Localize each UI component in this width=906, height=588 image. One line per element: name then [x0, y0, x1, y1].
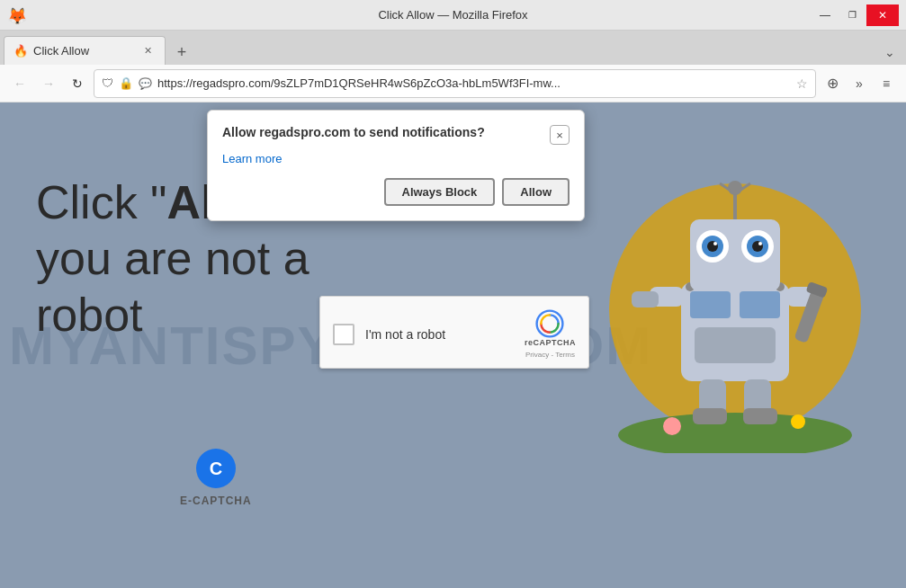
notification-popup: Allow regadspro.com to send notification… — [207, 110, 585, 221]
tab-title: Click Allow — [33, 44, 134, 58]
svg-point-19 — [713, 242, 717, 245]
ecaptcha-label: E-CAPTCHA — [180, 494, 252, 507]
recaptcha-brand-text: reCAPTCHA — [525, 338, 576, 347]
recaptcha-logo-icon — [535, 309, 564, 338]
back-button[interactable]: ← — [7, 71, 32, 96]
svg-rect-32 — [693, 408, 727, 424]
popup-close-icon: × — [556, 129, 563, 142]
hamburger-icon: ≡ — [883, 76, 890, 91]
title-bar: 🦊 Click Allow — Mozilla Firefox — ❐ ✕ — [0, 0, 906, 31]
toolbar-icons: ⊕ » ≡ — [820, 71, 899, 96]
robot-svg — [573, 129, 861, 453]
shield-icon: 🛡 — [102, 76, 113, 90]
recaptcha-right: reCAPTCHA Privacy - Terms — [525, 309, 576, 359]
restore-button[interactable]: ❐ — [839, 4, 865, 26]
url-text: https://regadspro.com/9sZLP7mD1QRSeHR4wS… — [157, 76, 791, 90]
address-bar: ← → ↻ 🛡 🔒 💬 https://regadspro.com/9sZLP7… — [0, 65, 906, 102]
learn-more-link[interactable]: Learn more — [222, 152, 570, 165]
forward-button[interactable]: → — [36, 71, 61, 96]
menu-button[interactable]: ≡ — [874, 71, 899, 96]
popup-close-button[interactable]: × — [550, 125, 570, 145]
tab-bar-right: ⌄ — [877, 40, 902, 65]
firefox-logo: 🦊 — [7, 6, 25, 24]
svg-rect-33 — [743, 408, 777, 424]
recaptcha-label: I'm not a robot — [365, 327, 445, 342]
lock-icon: 🔒 — [119, 76, 133, 90]
recaptcha-privacy-link[interactable]: Privacy — [525, 351, 549, 359]
bookmark-star-icon[interactable]: ☆ — [796, 76, 808, 91]
recaptcha-footer: Privacy - Terms — [525, 351, 575, 359]
new-tab-button[interactable]: + — [169, 40, 194, 65]
popup-header: Allow regadspro.com to send notification… — [222, 125, 570, 145]
always-block-button[interactable]: Always Block — [384, 178, 496, 206]
svg-rect-9 — [695, 327, 776, 363]
recaptcha-left: I'm not a robot — [333, 324, 445, 345]
extensions-button[interactable]: » — [847, 71, 872, 96]
tab-close-button[interactable]: ✕ — [139, 43, 156, 59]
svg-rect-8 — [740, 291, 780, 318]
chat-icon: 💬 — [139, 77, 152, 90]
svg-rect-7 — [690, 291, 731, 318]
popup-buttons: Always Block Allow — [222, 178, 570, 206]
recaptcha-checkbox[interactable] — [333, 324, 354, 345]
active-tab[interactable]: 🔥 Click Allow ✕ — [4, 36, 166, 65]
window-controls: — ❐ ✕ — [812, 4, 899, 26]
extensions-icon: » — [856, 76, 863, 91]
svg-point-4 — [663, 417, 681, 435]
svg-text:C: C — [210, 459, 222, 478]
pocket-button[interactable]: ⊕ — [820, 71, 845, 96]
svg-point-5 — [791, 414, 805, 429]
main-text-line2: you are not a — [36, 230, 345, 286]
svg-point-20 — [758, 242, 762, 245]
allow-button[interactable]: Allow — [502, 178, 570, 206]
tab-favicon: 🔥 — [13, 44, 28, 58]
recaptcha-terms-link[interactable]: Terms — [555, 351, 575, 359]
reload-button[interactable]: ↻ — [65, 71, 90, 96]
browser-window: 🦊 Click Allow — Mozilla Firefox — ❐ ✕ 🔥 … — [0, 0, 906, 588]
svg-point-3 — [618, 413, 852, 453]
window-title: Click Allow — Mozilla Firefox — [378, 8, 527, 22]
browser-content: MYANTISPYWARE.COM Click "Allow" if you a… — [0, 102, 906, 588]
recaptcha-logo: reCAPTCHA — [525, 309, 576, 347]
main-text-line3: robot — [36, 287, 345, 343]
close-button[interactable]: ✕ — [866, 4, 899, 26]
tab-bar: 🔥 Click Allow ✕ + ⌄ — [0, 31, 906, 65]
robot-illustration — [573, 129, 861, 453]
ecaptcha-container: C E-CAPTCHA — [180, 446, 252, 507]
tab-list-button[interactable]: ⌄ — [877, 40, 902, 65]
popup-title: Allow regadspro.com to send notification… — [222, 125, 550, 139]
pocket-icon: ⊕ — [827, 75, 839, 92]
minimize-button[interactable]: — — [812, 4, 838, 26]
title-bar-left: 🦊 — [7, 6, 25, 24]
svg-point-22 — [728, 181, 742, 195]
ecaptcha-logo-icon: C — [193, 446, 238, 491]
url-bar[interactable]: 🛡 🔒 💬 https://regadspro.com/9sZLP7mD1QRS… — [94, 69, 816, 98]
recaptcha-widget: I'm not a robot reCAPTCHA Privacy - — [319, 296, 589, 369]
svg-rect-26 — [632, 291, 659, 307]
